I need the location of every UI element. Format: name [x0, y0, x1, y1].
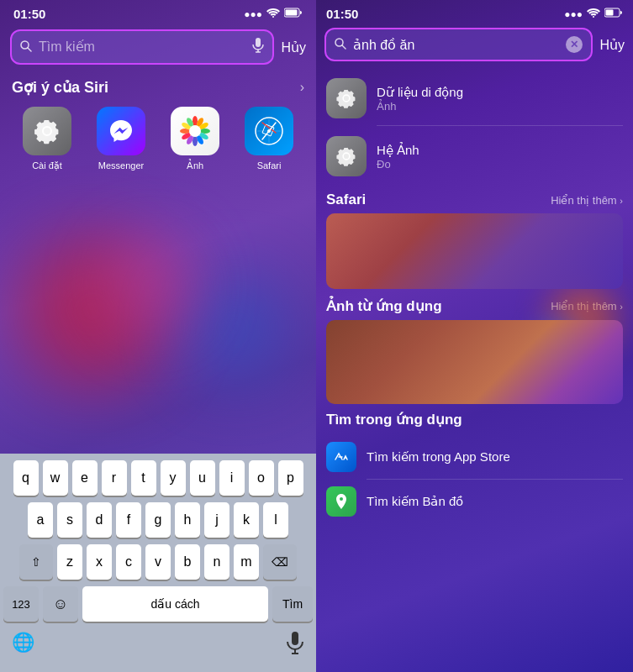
appstore-icon	[326, 442, 356, 472]
result-icon-settings-0	[326, 78, 367, 118]
key-w[interactable]: w	[43, 460, 68, 496]
keyboard: q w e r t y u i o p a s d f g h j k l ⇧ …	[0, 454, 316, 672]
left-panel: 01:50 ●●●	[0, 0, 316, 672]
results-area: Dữ liệu di động Ảnh Hệ Ảnh Đo Safari Hiể…	[316, 65, 633, 672]
key-emoji[interactable]: ☺	[43, 586, 78, 622]
globe-icon[interactable]: 🌐	[12, 632, 34, 660]
cancel-button-left[interactable]: Hủy	[281, 39, 306, 55]
result-info-1: Hệ Ảnh Đo	[377, 143, 419, 171]
key-h[interactable]: h	[175, 502, 200, 538]
bg-blob-pink	[109, 244, 193, 328]
app-item-messenger[interactable]: Messenger	[91, 107, 151, 171]
search-icon-left	[20, 40, 32, 55]
wifi-icon	[266, 8, 280, 20]
safari-section-title: Safari	[326, 192, 366, 208]
key-v[interactable]: v	[145, 544, 171, 580]
right-search-container: ảnh đồ ăn ✕ Hủy	[316, 24, 633, 65]
app-item-photos[interactable]: Ảnh	[165, 107, 225, 171]
svg-line-4	[28, 48, 31, 51]
key-j[interactable]: j	[204, 502, 229, 538]
search-maps-item[interactable]: Tìm kiếm Bản đồ	[326, 480, 623, 523]
key-p[interactable]: p	[278, 460, 303, 496]
bg-blob-blue	[185, 277, 286, 378]
key-z[interactable]: z	[57, 544, 82, 580]
keyboard-bottom-bar: 🌐	[3, 628, 313, 665]
safari-section-header: Safari Hiển thị thêm ›	[326, 192, 623, 208]
app-label-messenger: Messenger	[98, 160, 144, 171]
key-r[interactable]: r	[102, 460, 127, 496]
app-item-settings[interactable]: Cài đặt	[17, 107, 77, 171]
key-b[interactable]: b	[175, 544, 200, 580]
photos-icon	[171, 107, 219, 155]
key-n[interactable]: n	[204, 544, 229, 580]
app-label-safari: Safari	[257, 160, 282, 171]
clear-search-button[interactable]: ✕	[566, 36, 583, 53]
app-label-photos: Ảnh	[187, 160, 203, 171]
svg-rect-33	[606, 10, 614, 16]
key-d[interactable]: d	[87, 502, 112, 538]
time-right: 01:50	[326, 7, 358, 21]
search-bar-container-left: Hủy	[0, 24, 316, 70]
status-bar-right: 01:50 ●●●	[316, 0, 633, 24]
key-123[interactable]: 123	[3, 586, 39, 622]
cancel-button-right[interactable]: Hủy	[599, 37, 625, 53]
key-t[interactable]: t	[131, 460, 156, 496]
safari-show-more-button[interactable]: Hiển thị thêm ›	[551, 194, 623, 207]
search-bar-left[interactable]	[10, 29, 274, 65]
key-o[interactable]: o	[249, 460, 274, 496]
siri-arrow-icon[interactable]: ›	[300, 80, 304, 95]
key-s[interactable]: s	[57, 502, 82, 538]
key-delete[interactable]: ⌫	[263, 544, 297, 580]
key-a[interactable]: a	[28, 502, 53, 538]
app-item-safari[interactable]: Safari	[239, 107, 299, 171]
svg-rect-2	[286, 10, 298, 16]
photos-show-more-arrow-icon: ›	[620, 302, 623, 312]
photos-section-title: Ảnh từ ứng dụng	[326, 297, 442, 315]
keyboard-row-1: q w e r t y u i o p	[3, 460, 313, 496]
result-item-0[interactable]: Dữ liệu di động Ảnh	[326, 71, 623, 125]
result-info-0: Dữ liệu di động Ảnh	[377, 85, 463, 113]
search-appstore-label: Tìm kiếm trong App Store	[367, 449, 510, 465]
safari-icon	[245, 107, 293, 155]
key-e[interactable]: e	[72, 460, 98, 496]
keyboard-row-4: 123 ☺ dấu cách Tìm	[3, 586, 313, 622]
siri-header: Gợi ý của Siri ›	[12, 78, 304, 97]
status-icons-left: ●●●	[244, 8, 303, 20]
key-x[interactable]: x	[87, 544, 112, 580]
key-i[interactable]: i	[219, 460, 245, 496]
result-divider-0	[377, 125, 623, 126]
app-label-settings: Cài đặt	[32, 160, 62, 171]
key-space[interactable]: dấu cách	[82, 586, 268, 622]
wifi-icon-right	[587, 8, 600, 20]
search-input-left[interactable]	[39, 39, 245, 55]
search-icon-right	[335, 38, 346, 52]
svg-rect-28	[292, 632, 298, 645]
search-bar-right[interactable]: ảnh đồ ăn ✕	[324, 28, 593, 61]
key-q[interactable]: q	[13, 460, 39, 496]
maps-icon	[326, 486, 356, 517]
keyboard-row-2: a s d f g h j k l	[3, 502, 313, 538]
svg-line-35	[342, 45, 346, 49]
key-m[interactable]: m	[234, 544, 259, 580]
search-query-text: ảnh đồ ăn	[353, 37, 559, 53]
search-in-apps-section: Tìm trong ứng dụng Tìm kiếm trong App St…	[326, 411, 623, 523]
siri-title: Gợi ý của Siri	[12, 78, 108, 97]
key-c[interactable]: c	[116, 544, 141, 580]
svg-rect-5	[256, 38, 261, 47]
result-subtitle-0: Ảnh	[377, 100, 463, 113]
key-k[interactable]: k	[234, 502, 259, 538]
result-subtitle-1: Đo	[377, 158, 419, 171]
key-g[interactable]: g	[145, 502, 171, 538]
photos-preview[interactable]	[326, 320, 623, 404]
key-send[interactable]: Tìm	[272, 586, 313, 622]
key-f[interactable]: f	[116, 502, 141, 538]
result-item-1[interactable]: Hệ Ảnh Đo	[326, 129, 623, 183]
safari-preview[interactable]	[326, 213, 623, 289]
key-shift[interactable]: ⇧	[19, 544, 53, 580]
key-u[interactable]: u	[190, 460, 215, 496]
mic-icon-keyboard[interactable]	[286, 632, 304, 660]
key-y[interactable]: y	[161, 460, 186, 496]
search-appstore-item[interactable]: Tìm kiếm trong App Store	[326, 435, 623, 479]
key-l[interactable]: l	[263, 502, 288, 538]
mic-icon-left	[252, 38, 264, 56]
